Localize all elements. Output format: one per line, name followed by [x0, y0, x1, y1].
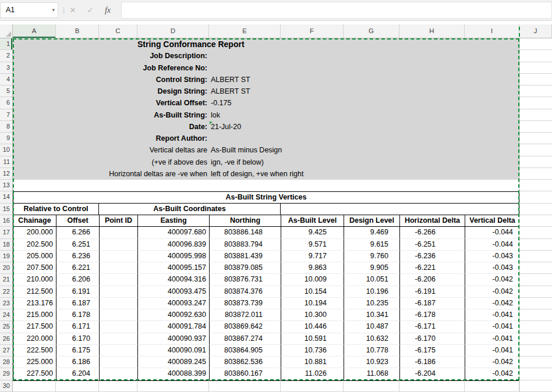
cell[interactable]: 6.187	[56, 298, 100, 309]
enter-icon[interactable]: ✓	[83, 3, 98, 18]
row-header-29[interactable]: 29	[0, 368, 12, 380]
cell[interactable]	[100, 251, 138, 262]
table-column-header[interactable]: As-Built Level	[281, 215, 344, 227]
cell[interactable]: -0.042	[465, 274, 520, 286]
row-header-12[interactable]: 12	[0, 168, 12, 180]
table-column-header[interactable]: Chainage	[13, 215, 56, 227]
row-header-11[interactable]: 11	[0, 156, 12, 168]
cell[interactable]: -0.044	[465, 227, 520, 238]
report-field-label[interactable]: Design String:	[13, 85, 207, 97]
table-column-header[interactable]: Offset	[56, 215, 100, 227]
cell[interactable]: 10.196	[344, 286, 400, 298]
row-header-22[interactable]: 22	[0, 286, 12, 298]
cell[interactable]: 9.425	[281, 227, 344, 238]
row-header-18[interactable]: 18	[0, 239, 12, 251]
cell[interactable]: 213.176	[13, 298, 56, 309]
cell[interactable]: 803886.148	[210, 227, 281, 238]
report-field-label[interactable]: Report Author:	[13, 133, 207, 144]
cell[interactable]: 225.000	[13, 357, 56, 368]
cell[interactable]: 6.236	[56, 251, 100, 262]
cell[interactable]: 803873.739	[210, 298, 281, 309]
report-field-label[interactable]: Vertical Offset:	[13, 97, 207, 109]
cell[interactable]	[100, 309, 138, 321]
row-header-9[interactable]: 9	[0, 133, 12, 144]
cell[interactable]: -6.191	[400, 286, 465, 298]
cell[interactable]: 10.778	[344, 345, 400, 357]
cell[interactable]: 400095.157	[138, 262, 210, 274]
cell[interactable]: 10.235	[344, 298, 400, 309]
cell[interactable]: 10.446	[281, 321, 344, 333]
cell[interactable]: 11.026	[281, 368, 344, 380]
select-all-corner[interactable]	[0, 24, 13, 38]
cell[interactable]: 400088.399	[138, 368, 210, 380]
cell[interactable]: 803860.167	[210, 368, 281, 380]
cell[interactable]: 6.175	[56, 345, 100, 357]
report-field-label[interactable]: Job Description:	[13, 50, 207, 62]
cell[interactable]: 400092.630	[138, 309, 210, 321]
column-header-I[interactable]: I	[465, 24, 519, 38]
cell[interactable]: 9.571	[281, 239, 344, 251]
row-header-23[interactable]: 23	[0, 298, 12, 309]
row-header-28[interactable]: 28	[0, 357, 12, 368]
insert-function-icon[interactable]: fx	[100, 3, 115, 18]
report-field-value[interactable]: ALBERT ST	[211, 74, 250, 85]
cell[interactable]: 803872.011	[210, 309, 281, 321]
cell[interactable]: -0.041	[465, 333, 520, 345]
column-header-E[interactable]: E	[209, 24, 281, 38]
cell[interactable]: 10.487	[344, 321, 400, 333]
report-field-value[interactable]: lok	[211, 109, 220, 121]
cell[interactable]: 9.469	[344, 227, 400, 238]
table-title[interactable]: As-Built String Vertices	[13, 191, 519, 203]
cell[interactable]: 400095.998	[138, 251, 210, 262]
cell[interactable]: 205.000	[13, 251, 56, 262]
cell[interactable]	[100, 357, 138, 368]
report-field-value[interactable]: -0.175	[211, 97, 231, 109]
cell[interactable]: 212.500	[13, 286, 56, 298]
cell[interactable]: 6.186	[56, 357, 100, 368]
cell[interactable]: 6.266	[56, 227, 100, 238]
row-header-25[interactable]: 25	[0, 321, 12, 333]
cell[interactable]: 10.341	[344, 309, 400, 321]
cell[interactable]: -0.042	[465, 286, 520, 298]
cell[interactable]: -6.236	[400, 251, 465, 262]
cell[interactable]: -6.204	[400, 368, 465, 380]
cell[interactable]: 9.760	[344, 251, 400, 262]
row-header-19[interactable]: 19	[0, 251, 12, 262]
row-header-2[interactable]: 2	[0, 50, 12, 62]
table-column-header[interactable]: Easting	[138, 215, 210, 227]
cell[interactable]: -0.043	[465, 262, 520, 274]
column-header-B[interactable]: B	[56, 24, 99, 38]
row-header-15[interactable]: 15	[0, 204, 12, 215]
cell[interactable]	[100, 345, 138, 357]
cell[interactable]: 803864.905	[210, 345, 281, 357]
row-header-5[interactable]: 5	[0, 85, 12, 97]
cell[interactable]: 220.000	[13, 333, 56, 345]
cell[interactable]: 10.154	[281, 286, 344, 298]
report-field-label[interactable]: Job Reference No:	[13, 62, 207, 74]
name-box[interactable]: A1 ▾	[0, 2, 58, 18]
cell[interactable]: 6.191	[56, 286, 100, 298]
row-header-6[interactable]: 6	[0, 97, 12, 109]
report-field-label[interactable]: As-Built String:	[13, 109, 207, 121]
cell[interactable]: -6.186	[400, 357, 465, 368]
column-header-C[interactable]: C	[99, 24, 137, 38]
cell[interactable]: 10.923	[344, 357, 400, 368]
cell[interactable]: 803881.439	[210, 251, 281, 262]
cell[interactable]: 9.717	[281, 251, 344, 262]
report-field-value[interactable]: ALBERT ST	[211, 85, 250, 97]
cell[interactable]	[100, 262, 138, 274]
cell[interactable]	[100, 368, 138, 380]
cell[interactable]: 10.051	[344, 274, 400, 286]
cell[interactable]: 400093.475	[138, 286, 210, 298]
row-header-14[interactable]: 14	[0, 191, 12, 203]
group-header-spacer[interactable]	[281, 204, 519, 215]
cell[interactable]: 400094.316	[138, 274, 210, 286]
cell[interactable]: -6.170	[400, 333, 465, 345]
cell[interactable]: 227.500	[13, 368, 56, 380]
cell[interactable]: 400097.680	[138, 227, 210, 238]
table-column-header[interactable]: Horizontal Delta	[400, 215, 465, 227]
cell[interactable]: -0.041	[465, 321, 520, 333]
cell[interactable]: 10.736	[281, 345, 344, 357]
cell[interactable]: 803876.731	[210, 274, 281, 286]
row-header-7[interactable]: 7	[0, 109, 12, 121]
